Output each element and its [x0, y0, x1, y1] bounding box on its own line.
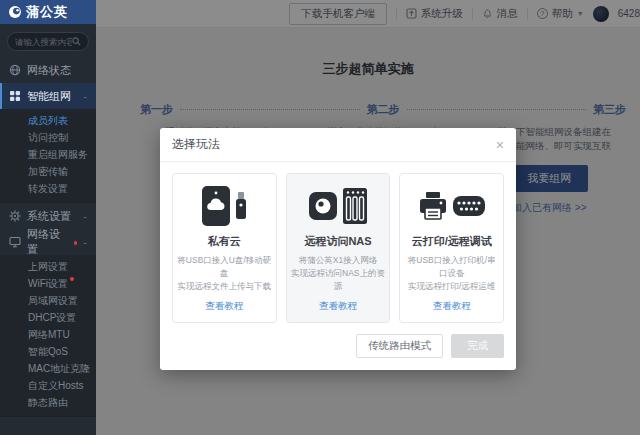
card-remote-nas[interactable]: 远程访问NAS 将蒲公英X1接入网络 实现远程访问NAS上的资源 查看教程: [286, 173, 391, 323]
network-status-icon: [9, 64, 21, 76]
network-settings-icon: [9, 236, 21, 248]
cloud-usb-icon: [177, 184, 272, 228]
view-tutorial-link[interactable]: 查看教程: [205, 300, 243, 313]
dandelion-logo-icon: [9, 6, 21, 18]
card-desc-line2: 实现远程访问NAS上的资源: [291, 267, 386, 293]
sidebar-item-network-settings[interactable]: 网络设置 -: [0, 229, 96, 255]
close-icon[interactable]: ×: [496, 138, 504, 152]
card-title: 远程访问NAS: [291, 234, 386, 249]
confirm-button[interactable]: 完成: [451, 334, 504, 358]
smart-network-submenu: 成员列表 访问控制 重启组网服务 加密传输 转发设置: [0, 109, 96, 203]
sidebar-item-label: 系统设置: [27, 209, 71, 224]
sidebar-item-label: 网络设置: [27, 227, 66, 257]
app-window: 蒲公英 网络状态: [0, 0, 640, 435]
sidebar-subitem-dhcp-settings[interactable]: DHCP设置: [0, 309, 96, 326]
sidebar-subitem-encrypted-transfer[interactable]: 加密传输: [0, 163, 96, 180]
modal-header: 选择玩法 ×: [160, 128, 516, 162]
brand-name: 蒲公英: [26, 3, 68, 21]
brand-logo[interactable]: 蒲公英: [0, 0, 96, 24]
view-tutorial-link[interactable]: 查看教程: [319, 300, 357, 313]
sidebar-item-label: 网络状态: [27, 63, 71, 78]
sidebar-subitem-mac-clone[interactable]: MAC地址克隆: [0, 360, 96, 377]
gear-icon: [9, 210, 21, 222]
collapse-indicator: -: [83, 236, 87, 248]
sidebar-subitem-network-mtu[interactable]: 网络MTU: [0, 326, 96, 343]
sidebar: 蒲公英 网络状态: [0, 0, 96, 435]
search-input[interactable]: [15, 37, 72, 47]
card-description: 将USB口接入打印机/串口设备 实现远程打印/远程运维: [404, 254, 499, 294]
sidebar-subitem-forwarding-settings[interactable]: 转发设置: [0, 180, 96, 197]
choose-mode-modal: 选择玩法 ×: [160, 128, 516, 370]
network-settings-submenu: 上网设置 WiFi设置 局域网设置 DHCP设置 网络MTU 智能QoS MAC…: [0, 255, 96, 417]
sidebar-subitem-smart-qos[interactable]: 智能QoS: [0, 343, 96, 360]
collapse-indicator: -: [83, 210, 87, 222]
search-icon[interactable]: [72, 37, 81, 46]
main-area: 下载手机客户端 系统升级 消息 ? 帮助 ▼: [96, 0, 640, 435]
new-badge-dot: [70, 277, 74, 281]
sidebar-subitem-custom-hosts[interactable]: 自定义Hosts: [0, 377, 96, 394]
sidebar-item-system-settings[interactable]: 系统设置 -: [0, 203, 96, 229]
card-desc-line2: 实现远程文件上传与下载: [177, 280, 272, 293]
card-description: 将USB口接入U盘/移动硬盘 实现远程文件上传与下载: [177, 254, 272, 294]
sidebar-subitem-lan-settings[interactable]: 局域网设置: [0, 292, 96, 309]
sidebar-subitem-access-control[interactable]: 访问控制: [0, 129, 96, 146]
sidebar-item-network-status[interactable]: 网络状态: [0, 57, 96, 83]
sidebar-subitem-label: WiFi设置: [28, 278, 68, 289]
modal-title: 选择玩法: [172, 136, 220, 153]
search-box[interactable]: [7, 32, 89, 51]
card-description: 将蒲公英X1接入网络 实现远程访问NAS上的资源: [291, 254, 386, 294]
card-desc-line1: 将USB口接入U盘/移动硬盘: [177, 254, 272, 280]
printer-serial-icon: [404, 184, 499, 228]
sidebar-subitem-wifi-settings[interactable]: WiFi设置: [0, 275, 96, 292]
card-cloud-print-debug[interactable]: 云打印/远程调试 将USB口接入打印机/串口设备 实现远程打印/远程运维 查看教…: [399, 173, 504, 323]
sidebar-subitem-static-route[interactable]: 静态路由: [0, 394, 96, 411]
card-desc-line2: 实现远程打印/远程运维: [404, 280, 499, 293]
modal-body: 私有云 将USB口接入U盘/移动硬盘 实现远程文件上传与下载 查看教程: [160, 162, 516, 332]
traditional-router-mode-button[interactable]: 传统路由模式: [356, 334, 443, 358]
sidebar-menu: 网络状态 智能组网 - 成员列表 访问控制 重启组网服务 加密传输 转发设置: [0, 57, 96, 435]
card-desc-line1: 将蒲公英X1接入网络: [291, 254, 386, 267]
card-private-cloud[interactable]: 私有云 将USB口接入U盘/移动硬盘 实现远程文件上传与下载 查看教程: [172, 173, 277, 323]
card-title: 私有云: [177, 234, 272, 249]
modal-footer: 传统路由模式 完成: [160, 332, 516, 370]
card-title: 云打印/远程调试: [404, 234, 499, 249]
view-tutorial-link[interactable]: 查看教程: [433, 300, 471, 313]
card-desc-line1: 将USB口接入打印机/串口设备: [404, 254, 499, 280]
collapse-indicator: -: [83, 90, 87, 102]
sidebar-subitem-internet-settings[interactable]: 上网设置: [0, 258, 96, 275]
sidebar-subitem-restart-network-service[interactable]: 重启组网服务: [0, 146, 96, 163]
sidebar-item-smart-network[interactable]: 智能组网 -: [0, 83, 96, 109]
new-badge-dot: [74, 241, 78, 245]
sidebar-item-label: 智能组网: [27, 89, 71, 104]
nas-icon: [291, 184, 386, 228]
sidebar-subitem-member-list[interactable]: 成员列表: [0, 112, 96, 129]
sidebar-search: [0, 24, 96, 57]
smart-network-icon: [9, 90, 21, 102]
